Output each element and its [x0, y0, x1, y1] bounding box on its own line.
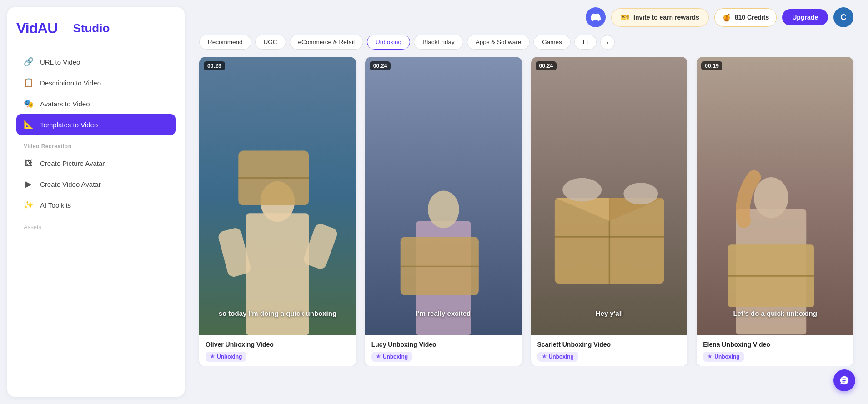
- header: 🎫 Invite to earn rewards 🍯 810 Credits U…: [192, 7, 861, 35]
- svg-point-9: [428, 190, 459, 228]
- nav-items-container: 🔗URL to Video📋Description to Video🎭Avata…: [16, 51, 176, 135]
- categories-next-button[interactable]: ›: [600, 35, 615, 50]
- video-grid: 00:23 so today I'm doing a quick unboxin…: [192, 57, 861, 366]
- nav-label-ai-toolkits: AI Toolkits: [40, 201, 71, 209]
- video-info-scarlett: Scarlett Unboxing Video ★ Unboxing: [531, 335, 688, 366]
- nav-label-description-to-video: Description to Video: [40, 79, 101, 87]
- cat-tab-apps-software[interactable]: Apps & Software: [467, 35, 530, 50]
- sidebar: VidAU Studio 🔗URL to Video📋Description t…: [7, 7, 185, 397]
- main-content: 🎫 Invite to earn rewards 🍯 810 Credits U…: [192, 0, 868, 404]
- logo-divider: [65, 21, 65, 36]
- video-title-scarlett: Scarlett Unboxing Video: [537, 341, 682, 348]
- invite-button[interactable]: 🎫 Invite to earn rewards: [611, 8, 709, 27]
- sidebar-item-ai-toolkits[interactable]: ✨AI Toolkits: [16, 195, 176, 215]
- nav-icon-ai-toolkits: ✨: [24, 200, 34, 210]
- video-duration-elena: 00:19: [701, 61, 722, 70]
- video-card-elena[interactable]: 00:19 Let's do a quick unboxing Elena Un…: [697, 57, 853, 366]
- video-recreation-label: Video Recreation: [16, 137, 176, 151]
- video-caption-scarlett: Hey y'all: [531, 309, 688, 317]
- video-info-elena: Elena Unboxing Video ★ Unboxing: [697, 335, 853, 366]
- cat-tab-ecommerce-retail[interactable]: eCommerce & Retail: [290, 35, 364, 50]
- cat-tab-games[interactable]: Games: [533, 35, 571, 50]
- svg-point-22: [754, 177, 788, 218]
- tag-star-icon-lucy: ★: [376, 354, 381, 359]
- tag-label-elena: Unboxing: [714, 354, 739, 360]
- nav-icon-create-picture-avatar: 🖼: [24, 159, 34, 168]
- cat-tab-recommend[interactable]: Recommend: [199, 35, 251, 50]
- video-title-oliver: Oliver Unboxing Video: [206, 341, 350, 348]
- video-tag-oliver: ★ Unboxing: [206, 352, 246, 362]
- video-duration-lucy: 00:24: [370, 61, 391, 70]
- video-thumbnail-elena: 00:19 Let's do a quick unboxing: [697, 57, 853, 335]
- video-tag-lucy: ★ Unboxing: [371, 352, 412, 362]
- discord-button[interactable]: [586, 7, 606, 27]
- cat-tab-more[interactable]: Fi: [574, 35, 597, 50]
- sidebar-item-avatars-to-video[interactable]: 🎭Avatars to Video: [16, 93, 176, 114]
- nav-label-templates-to-video: Templates to Video: [40, 121, 98, 129]
- logo-area: VidAU Studio: [16, 20, 176, 37]
- nav-icon-url-to-video: 🔗: [24, 57, 34, 67]
- tag-label-lucy: Unboxing: [383, 354, 408, 360]
- sidebar-item-create-video-avatar[interactable]: ▶Create Video Avatar: [16, 174, 176, 195]
- video-caption-oliver: so today I'm doing a quick unboxing: [199, 309, 356, 317]
- tag-star-icon-elena: ★: [707, 354, 712, 359]
- nav-label-create-picture-avatar: Create Picture Avatar: [40, 160, 105, 167]
- sidebar-item-url-to-video[interactable]: 🔗URL to Video: [16, 51, 176, 72]
- logo-text: VidAU: [16, 20, 57, 37]
- chat-button[interactable]: [833, 369, 855, 391]
- video-title-lucy: Lucy Unboxing Video: [371, 341, 516, 348]
- thumbnail-visual-scarlett: [531, 57, 688, 335]
- nav-label-url-to-video: URL to Video: [40, 58, 80, 66]
- video-title-elena: Elena Unboxing Video: [703, 341, 847, 348]
- cat-tab-blackfriday[interactable]: BlackFriday: [414, 35, 463, 50]
- invite-label: Invite to earn rewards: [633, 14, 699, 21]
- nav-label-create-video-avatar: Create Video Avatar: [40, 180, 101, 188]
- credits-button[interactable]: 🍯 810 Credits: [714, 8, 777, 27]
- video-card-lucy[interactable]: 00:24 I'm really excited Lucy Unboxing V…: [365, 57, 522, 366]
- video-info-oliver: Oliver Unboxing Video ★ Unboxing: [199, 335, 356, 366]
- nav-icon-avatars-to-video: 🎭: [24, 99, 34, 109]
- nav-label-avatars-to-video: Avatars to Video: [40, 100, 90, 108]
- svg-point-18: [562, 178, 602, 202]
- cat-tab-unboxing[interactable]: Unboxing: [367, 35, 410, 50]
- video-tag-elena: ★ Unboxing: [703, 352, 744, 362]
- tag-label-oliver: Unboxing: [217, 354, 242, 360]
- video-thumbnail-lucy: 00:24 I'm really excited: [365, 57, 522, 335]
- video-thumbnail-oliver: 00:23 so today I'm doing a quick unboxin…: [199, 57, 356, 335]
- upgrade-button[interactable]: Upgrade: [782, 9, 828, 25]
- thumbnail-visual-lucy: [365, 57, 522, 335]
- sidebar-item-create-picture-avatar[interactable]: 🖼Create Picture Avatar: [16, 153, 176, 174]
- video-card-oliver[interactable]: 00:23 so today I'm doing a quick unboxin…: [199, 57, 356, 366]
- tag-star-icon-oliver: ★: [210, 354, 215, 359]
- nav-icon-templates-to-video: 📐: [24, 120, 34, 130]
- video-tag-scarlett: ★ Unboxing: [537, 352, 578, 362]
- nav-icon-description-to-video: 📋: [24, 78, 34, 88]
- video-thumbnail-scarlett: 00:24 Hey y'all: [531, 57, 688, 335]
- cat-tab-ugc[interactable]: UGC: [255, 35, 286, 50]
- credits-label: 810 Credits: [735, 14, 769, 21]
- assets-label: Assets: [16, 217, 176, 232]
- video-caption-lucy: I'm really excited: [365, 309, 522, 317]
- thumbnail-visual-oliver: [199, 57, 356, 335]
- category-tabs: RecommendUGCeCommerce & RetailUnboxingBl…: [192, 35, 861, 57]
- tag-label-scarlett: Unboxing: [549, 354, 574, 360]
- logo-studio: Studio: [73, 21, 110, 35]
- tag-star-icon-scarlett: ★: [542, 354, 547, 359]
- video-duration-oliver: 00:23: [204, 61, 225, 70]
- sidebar-item-description-to-video[interactable]: 📋Description to Video: [16, 72, 176, 93]
- video-caption-elena: Let's do a quick unboxing: [697, 309, 853, 317]
- video-card-scarlett[interactable]: 00:24 Hey y'all Scarlett Unboxing Video …: [531, 57, 688, 366]
- sidebar-item-templates-to-video[interactable]: 📐Templates to Video: [16, 114, 176, 135]
- user-avatar[interactable]: C: [833, 7, 853, 27]
- invite-icon: 🎫: [621, 13, 630, 22]
- svg-rect-12: [531, 57, 687, 335]
- video-info-lucy: Lucy Unboxing Video ★ Unboxing: [365, 335, 522, 366]
- credits-icon: 🍯: [722, 13, 731, 22]
- thumbnail-visual-elena: [697, 57, 853, 335]
- recreation-items-container: 🖼Create Picture Avatar▶Create Video Avat…: [16, 153, 176, 215]
- svg-point-19: [623, 183, 658, 204]
- nav-icon-create-video-avatar: ▶: [24, 179, 34, 189]
- video-duration-scarlett: 00:24: [536, 61, 557, 70]
